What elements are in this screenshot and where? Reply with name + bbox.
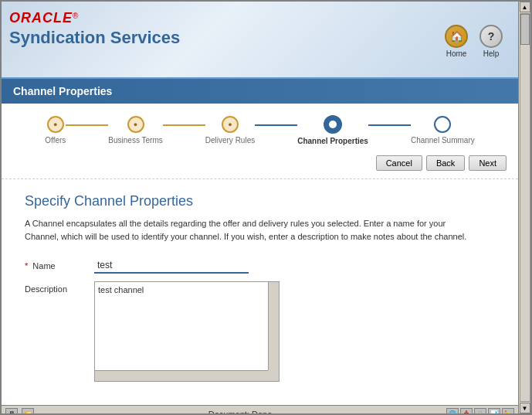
- next-button[interactable]: Next: [469, 155, 507, 171]
- step-connector-2: [163, 124, 205, 126]
- form-title: Specify Channel Properties: [25, 193, 495, 209]
- step-connector-3: [255, 124, 297, 126]
- help-label: Help: [483, 49, 500, 58]
- status-icon-right-1: 🌐: [446, 408, 459, 414]
- step-container: ● Offers ● Business Terms: [45, 115, 474, 145]
- divider: [2, 179, 518, 179]
- header: ORACLE® Syndication Services 🏠 Home ? He…: [2, 2, 518, 79]
- help-button[interactable]: ? Help: [479, 25, 503, 58]
- textarea-scrollbar-corner: [268, 370, 279, 381]
- page-title: Channel Properties: [13, 85, 112, 97]
- textarea-vertical-scrollbar[interactable]: [268, 282, 279, 370]
- page-title-bar: Channel Properties: [2, 79, 518, 104]
- step-business-terms: ● Business Terms: [108, 116, 162, 145]
- browser-window: ORACLE® Syndication Services 🏠 Home ? He…: [0, 0, 532, 415]
- back-button[interactable]: Back: [426, 155, 465, 171]
- oracle-wordmark: ORACLE: [9, 10, 73, 26]
- name-input[interactable]: [94, 258, 249, 274]
- scroll-track[interactable]: [520, 13, 530, 402]
- step-channel-summary: Channel Summary: [411, 116, 475, 145]
- step-label-business-terms: Business Terms: [108, 136, 162, 145]
- help-icon: ?: [479, 25, 503, 48]
- scroll-thumb[interactable]: [520, 14, 530, 45]
- step-connector-4: [368, 124, 411, 126]
- status-icon-left-2: 📁: [22, 408, 34, 414]
- step-circle-offers: ●: [47, 116, 64, 133]
- description-label: Description: [25, 281, 94, 294]
- description-field-row: Description test channel: [25, 281, 495, 382]
- home-label: Home: [446, 49, 467, 58]
- status-icon-right-3: 🔒: [474, 408, 486, 414]
- textarea-horizontal-scrollbar[interactable]: [95, 370, 268, 381]
- scroll-up-arrow[interactable]: ▲: [520, 2, 530, 12]
- step-label-offers: Offers: [45, 136, 66, 145]
- status-bar: 🖥 📁 Document: Done 🌐 📥 🔒 📊 ✏️: [2, 405, 518, 413]
- form-content: Specify Channel Properties A Channel enc…: [2, 185, 518, 405]
- step-channel-properties: Channel Properties: [297, 115, 368, 145]
- status-icon-right-4: 📊: [488, 408, 500, 414]
- required-indicator: *: [25, 261, 28, 270]
- step-label-delivery-rules: Delivery Rules: [205, 136, 255, 145]
- description-textarea[interactable]: test channel: [95, 282, 266, 369]
- name-label: * Name: [25, 258, 94, 270]
- status-icon-right-5: ✏️: [502, 408, 514, 414]
- status-icon-right-2: 📥: [460, 408, 473, 414]
- app-title: Syndication Services: [9, 28, 180, 48]
- home-icon: 🏠: [445, 25, 468, 48]
- page-scrollbar[interactable]: ▲ ▼: [518, 2, 530, 413]
- step-offers: ● Offers: [45, 116, 66, 145]
- step-circle-business-terms: ●: [127, 116, 144, 133]
- step-delivery-rules: ● Delivery Rules: [205, 116, 255, 145]
- status-icon-left-1: 🖥: [5, 408, 18, 414]
- wizard-steps: ● Offers ● Business Terms: [2, 104, 518, 149]
- description-textarea-container: test channel: [94, 281, 280, 382]
- scroll-down-arrow[interactable]: ▼: [520, 403, 530, 413]
- home-button[interactable]: 🏠 Home: [445, 25, 468, 58]
- step-circle-channel-summary: [434, 116, 451, 133]
- status-text: Document: Done: [38, 410, 442, 414]
- oracle-logo: ORACLE® Syndication Services: [9, 11, 180, 48]
- step-circle-channel-properties: [324, 115, 342, 134]
- form-description: A Channel encapsulates all the details r…: [25, 217, 473, 243]
- header-actions: 🏠 Home ? Help: [445, 25, 503, 58]
- step-label-channel-properties: Channel Properties: [297, 137, 368, 145]
- step-connector-1: [66, 124, 108, 126]
- status-icons-right: 🌐 📥 🔒 📊 ✏️: [446, 408, 514, 414]
- step-label-channel-summary: Channel Summary: [411, 136, 475, 145]
- registered-trademark: ®: [73, 12, 78, 20]
- cancel-button[interactable]: Cancel: [376, 155, 422, 171]
- step-circle-delivery-rules: ●: [222, 116, 239, 133]
- name-field-row: * Name: [25, 258, 495, 274]
- action-buttons: Cancel Back Next: [2, 149, 518, 177]
